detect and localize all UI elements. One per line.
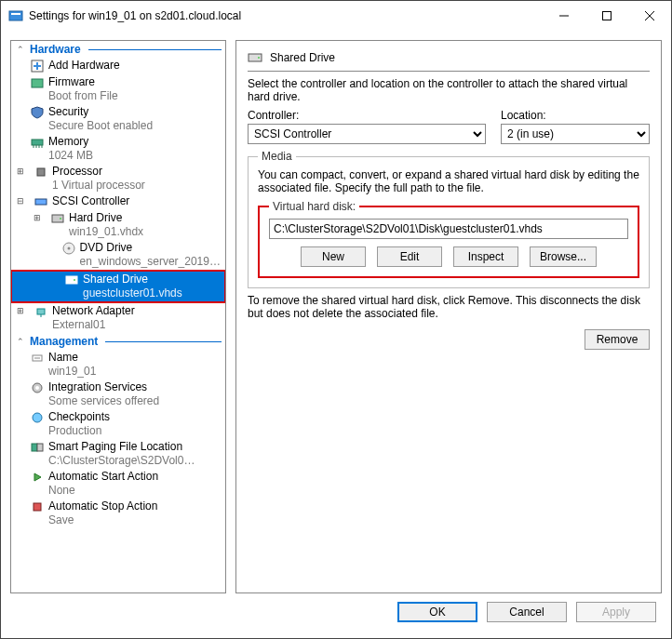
svg-point-22 — [74, 279, 75, 281]
controller-select[interactable]: SCSI Controller — [248, 124, 486, 144]
stop-icon — [30, 499, 45, 514]
panel-header: Shared Drive — [248, 48, 650, 72]
remove-button[interactable]: Remove — [585, 329, 650, 350]
cancel-button[interactable]: Cancel — [487, 602, 567, 622]
svg-rect-16 — [35, 199, 47, 205]
media-legend: Media — [258, 150, 296, 163]
expand-icon[interactable]: ⊞ — [32, 211, 43, 225]
tree-security[interactable]: SecuritySecure Boot enabled — [11, 104, 225, 134]
controller-label: Controller: — [248, 109, 486, 122]
vhd-legend: Virtual hard disk: — [269, 200, 359, 213]
svg-point-20 — [67, 247, 70, 250]
svg-marker-32 — [34, 473, 41, 481]
tree-auto-stop[interactable]: Automatic Stop ActionSave — [11, 499, 225, 528]
tree-name[interactable]: Namewin19_01 — [11, 350, 225, 379]
ok-button[interactable]: OK — [397, 602, 477, 622]
cpu-icon — [34, 165, 48, 180]
paging-icon — [30, 440, 45, 455]
remove-description: To remove the shared virtual hard disk, … — [248, 294, 650, 320]
svg-rect-0 — [9, 11, 22, 20]
tree-dvd[interactable]: DVD Driveen_windows_server_2019_up... — [11, 240, 225, 270]
controller-icon — [34, 194, 48, 209]
svg-point-29 — [33, 413, 42, 422]
tree-hard-drive[interactable]: ⊞Hard Drivewin19_01.vhdx — [11, 210, 225, 240]
svg-rect-10 — [32, 140, 43, 145]
panel-title: Shared Drive — [270, 51, 335, 64]
svg-point-18 — [60, 218, 61, 220]
checkpoint-icon — [30, 410, 45, 425]
tree-smart-paging[interactable]: Smart Paging File LocationC:\ClusterStor… — [11, 439, 225, 469]
svg-point-28 — [35, 386, 39, 390]
svg-rect-9 — [32, 79, 43, 87]
tree-firmware[interactable]: FirmwareBoot from File — [11, 74, 225, 104]
svg-rect-23 — [37, 309, 45, 314]
vhd-path-input[interactable] — [269, 219, 628, 239]
svg-rect-15 — [37, 168, 45, 176]
new-button[interactable]: New — [301, 246, 366, 267]
collapse-icon[interactable]: ⊟ — [15, 194, 26, 208]
svg-rect-21 — [66, 276, 77, 284]
svg-point-35 — [258, 57, 260, 59]
collapse-icon[interactable]: ⌃ — [15, 45, 26, 54]
tree-processor[interactable]: ⊞Processor1 Virtual processor — [11, 164, 225, 193]
details-panel: Shared Drive Select the controller and l… — [235, 40, 662, 593]
window-title: Settings for win19_01 on s2d01.cloud.loc… — [29, 9, 241, 22]
collapse-icon[interactable]: ⌃ — [15, 337, 26, 346]
dialog-footer: OK Cancel Apply — [1, 593, 671, 631]
drive-icon — [248, 50, 262, 65]
settings-tree[interactable]: ⌃ Hardware Add Hardware FirmwareBoot fro… — [10, 40, 226, 593]
media-group: Media You can compact, convert, or expan… — [248, 150, 650, 288]
services-icon — [30, 380, 45, 395]
location-label: Location: — [501, 109, 650, 122]
edit-button[interactable]: Edit — [377, 246, 442, 267]
section-management: ⌃ Management — [11, 333, 225, 350]
svg-rect-1 — [11, 13, 20, 15]
svg-rect-33 — [34, 503, 41, 511]
expand-icon[interactable]: ⊞ — [15, 165, 26, 179]
drive-icon — [64, 273, 79, 287]
tree-shared-drive[interactable]: Shared Driveguestcluster01.vhds — [12, 272, 224, 301]
tree-checkpoints[interactable]: CheckpointsProduction — [11, 409, 225, 439]
network-icon — [34, 304, 48, 319]
tree-memory[interactable]: Memory1024 MB — [11, 134, 225, 164]
app-icon — [8, 8, 23, 23]
tree-auto-start[interactable]: Automatic Start ActionNone — [11, 469, 225, 499]
minimize-button[interactable] — [543, 1, 585, 31]
section-hardware: ⌃ Hardware — [11, 41, 225, 58]
expand-icon[interactable]: ⊞ — [15, 304, 26, 318]
tree-integration[interactable]: Integration ServicesSome services offere… — [11, 379, 225, 409]
tree-add-hardware[interactable]: Add Hardware — [11, 58, 225, 74]
location-select[interactable]: 2 (in use) — [501, 124, 650, 144]
maximize-button[interactable] — [585, 1, 628, 31]
start-icon — [30, 470, 45, 485]
svg-rect-31 — [37, 444, 43, 451]
disk-icon — [50, 211, 65, 226]
tree-scsi[interactable]: ⊟SCSI Controller — [11, 193, 225, 210]
panel-description: Select the controller and location on th… — [248, 77, 650, 103]
shield-icon — [30, 105, 45, 120]
vhd-group: Virtual hard disk: New Edit Inspect Brow… — [258, 200, 639, 278]
dvd-icon — [61, 241, 76, 256]
tag-icon — [30, 351, 45, 366]
tree-network[interactable]: ⊞Network AdapterExternal01 — [11, 303, 225, 333]
apply-button[interactable]: Apply — [576, 602, 656, 622]
memory-icon — [30, 135, 45, 150]
firmware-icon — [30, 75, 45, 90]
window-titlebar: Settings for win19_01 on s2d01.cloud.loc… — [1, 1, 671, 31]
close-button[interactable] — [628, 1, 671, 31]
svg-rect-17 — [52, 215, 63, 222]
inspect-button[interactable]: Inspect — [453, 246, 518, 267]
svg-rect-30 — [32, 444, 37, 451]
browse-button[interactable]: Browse... — [530, 246, 597, 267]
svg-rect-3 — [603, 12, 612, 20]
media-description: You can compact, convert, or expand a sh… — [258, 168, 639, 194]
